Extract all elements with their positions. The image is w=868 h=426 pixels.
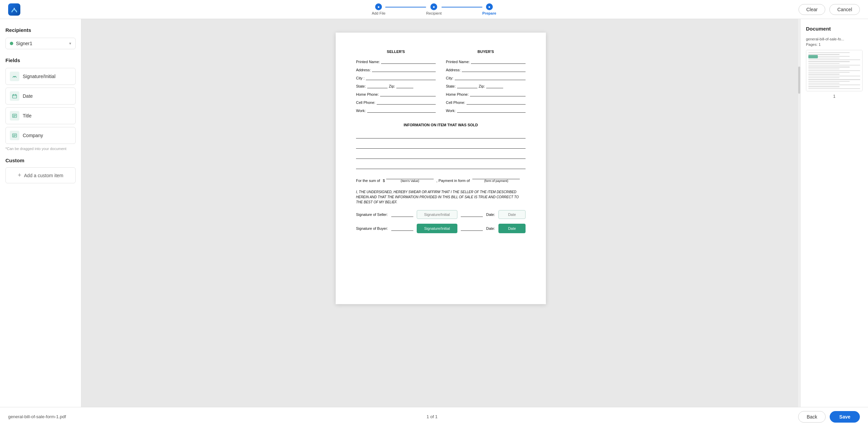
field-title[interactable]: Title [5,107,76,124]
doc-thumb-filename: general-bill-of-sale-fo... [806,37,863,41]
step-circle-2: ● [431,3,437,10]
dollar-sign: $ [383,179,385,183]
back-button[interactable]: Back [798,411,826,423]
signature-section: Signature of Seller: Signature/Initial D… [356,210,526,233]
recipient-dot [10,42,13,45]
step-label-1: Add File [372,11,385,15]
sig-initial-outline[interactable]: Signature/Initial [417,210,457,219]
date-label-buyer: Date: [486,226,495,230]
seller-homephone: Home Phone: [356,92,436,96]
buyer-printed-name: Printed Name: [446,59,526,64]
header: ● Add File ● Recipient ● Prepare Clear C… [0,0,868,19]
sig-seller-label: Signature of Seller: [356,212,388,217]
item-info-header: INFORMATION ON ITEM THAT WAS SOLD [356,123,526,127]
save-button[interactable]: Save [830,411,860,423]
buyer-cellphone: Cell Phone: [446,100,526,105]
date-icon [10,91,19,101]
step-label-3: Prepare [482,11,496,15]
buyer-city: City: [446,75,526,80]
item-description-lines [356,131,526,169]
bottom-bar: general-bill-of-sale-form-1.pdf 1 of 1 B… [0,407,868,426]
seller-work: Work: [356,108,436,113]
date-label-seller: Date: [486,212,495,217]
field-signature-label: Signature/Initial [23,74,56,79]
sig-buyer-label: Signature of Buyer: [356,226,388,230]
svg-point-0 [14,8,15,9]
doc-thumbnail[interactable] [806,50,863,91]
sidebar: Recipients Signer1 ▾ Fields Signature/In… [0,19,81,407]
item-value-label: (Item's Value) [401,179,419,183]
step-prepare: ● Prepare [482,3,496,15]
payment-prefix: For the sum of [356,179,380,183]
bottom-filename: general-bill-of-sale-form-1.pdf [8,414,66,419]
sig-initial-filled[interactable]: Signature/Initial [417,224,457,233]
company-icon [10,131,19,140]
seller-state-zip: State: Zip: [356,84,436,88]
signature-icon [10,72,19,81]
field-signature[interactable]: Signature/Initial [5,68,76,85]
seller-cellphone: Cell Phone: [356,100,436,105]
doc-thumb-pages: Pages: 1 [806,42,863,47]
right-panel: Document general-bill-of-sale-fo... Page… [800,19,868,407]
step-circle-1: ● [375,3,382,10]
svg-rect-1 [12,74,17,79]
date-filled[interactable]: Date [498,224,526,233]
field-title-label: Title [23,113,32,118]
add-custom-label: Add a custom item [24,173,63,178]
buyer-header: BUYER'S [446,50,526,54]
step-circle-3: ● [486,3,493,10]
chevron-down-icon: ▾ [69,41,71,46]
thumb-highlight [808,55,818,58]
right-panel-title: Document [806,26,863,32]
field-company-label: Company [23,133,43,138]
step-label-2: Recipient [426,11,442,15]
seller-buyer-section: SELLER'S Printed Name: Address: City : [356,50,526,116]
fields-title: Fields [5,57,76,63]
field-date[interactable]: Date [5,88,76,105]
seller-address: Address: [356,67,436,72]
payment-conjunction: , Payment in form of [436,179,470,183]
buyer-state-zip: State: Zip: [446,84,526,88]
header-actions: Clear Cancel [798,4,860,15]
seller-printed-name: Printed Name: [356,59,436,64]
step-line-1 [386,7,426,7]
scrollbar-thumb[interactable] [798,67,800,94]
title-icon [10,111,19,121]
buyer-address: Address: [446,67,526,72]
add-custom-item-button[interactable]: + Add a custom item [5,167,76,183]
document-page: SELLER'S Printed Name: Address: City : [336,33,546,304]
recipients-title: Recipients [5,27,76,33]
plus-icon: + [18,172,21,179]
clear-button[interactable]: Clear [798,4,825,15]
recipient-dropdown[interactable]: Signer1 ▾ [5,38,76,49]
step-add-file: ● Add File [372,3,385,15]
main-layout: Recipients Signer1 ▾ Fields Signature/In… [0,19,868,407]
step-line-2 [442,7,482,7]
app-logo [8,3,20,16]
seller-col: SELLER'S Printed Name: Address: City : [356,50,436,116]
buyer-sig-row: Signature of Buyer: Signature/Initial Da… [356,224,526,233]
progress-steps: ● Add File ● Recipient ● Prepare [372,3,496,15]
payment-row: For the sum of $ (Item's Value) , Paymen… [356,174,526,183]
bottom-actions: Back Save [798,411,860,423]
field-company[interactable]: Company [5,127,76,144]
date-outline[interactable]: Date [498,210,526,219]
doc-page-number: 1 [806,94,863,99]
custom-title: Custom [5,158,76,163]
fields-section: Fields Signature/Initial [5,57,76,151]
recipient-name: Signer1 [16,41,69,46]
field-date-label: Date [23,93,33,99]
cancel-button[interactable]: Cancel [829,4,860,15]
seller-city: City : [356,75,436,80]
form-of-payment-label: (form of payment) [484,179,508,183]
affidavit-text: I, THE UNDERSIGNED, HEREBY SWEAR OR AFFI… [356,189,526,205]
buyer-work: Work: [446,108,526,113]
bottom-page-count: 1 of 1 [427,414,438,419]
scrollbar-track [798,19,800,407]
seller-header: SELLER'S [356,50,436,54]
buyer-col: BUYER'S Printed Name: Address: City: [446,50,526,116]
seller-sig-row: Signature of Seller: Signature/Initial D… [356,210,526,219]
step-recipient: ● Recipient [426,3,442,15]
buyer-homephone: Home Phone: [446,92,526,96]
drag-hint: *Can be dragged into your document [5,147,76,151]
